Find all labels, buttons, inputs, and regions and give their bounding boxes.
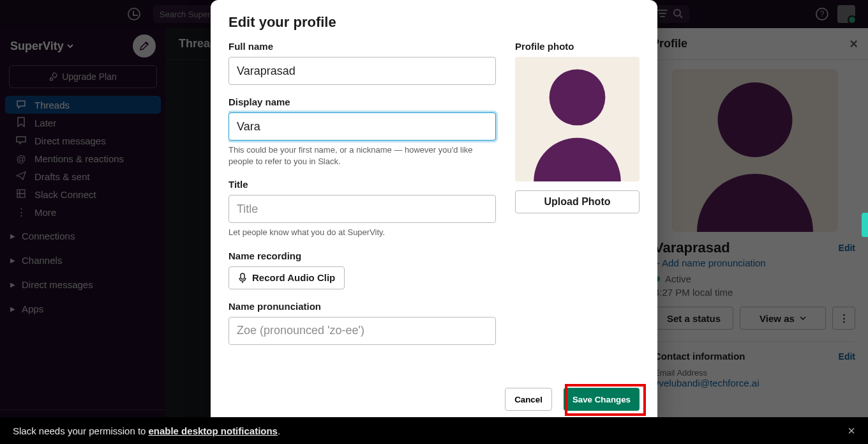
display-name-label: Display name xyxy=(228,96,496,107)
save-changes-button[interactable]: Save Changes xyxy=(564,388,640,411)
modal-title: Edit your profile xyxy=(228,14,640,31)
display-name-hint: This could be your first name, or a nick… xyxy=(228,144,496,167)
pronunciation-input[interactable] xyxy=(228,317,496,345)
profile-photo-label: Profile photo xyxy=(515,41,640,52)
svg-rect-3 xyxy=(241,273,244,279)
record-label: Record Audio Clip xyxy=(252,272,335,283)
svg-point-4 xyxy=(550,70,606,126)
enable-notifications-link[interactable]: enable desktop notifications xyxy=(148,425,278,436)
full-name-label: Full name xyxy=(228,41,496,52)
upload-photo-button[interactable]: Upload Photo xyxy=(515,190,640,213)
notification-banner: Slack needs your permission to enable de… xyxy=(0,417,868,444)
cancel-button[interactable]: Cancel xyxy=(505,388,552,411)
title-hint: Let people know what you do at SuperVity… xyxy=(228,227,496,238)
banner-text: Slack needs your permission to xyxy=(13,425,146,436)
pronunciation-label: Name pronunciation xyxy=(228,301,496,312)
title-label: Title xyxy=(228,179,496,190)
edit-profile-modal: Edit your profile Full name Display name… xyxy=(211,0,657,425)
profile-photo-preview xyxy=(515,57,640,181)
recording-label: Name recording xyxy=(228,250,496,261)
close-icon[interactable]: × xyxy=(848,424,855,438)
mic-icon xyxy=(238,273,247,283)
edge-handle[interactable] xyxy=(862,213,868,237)
record-audio-button[interactable]: Record Audio Clip xyxy=(228,266,345,289)
display-name-input[interactable] xyxy=(228,112,496,141)
title-input[interactable] xyxy=(228,195,496,223)
full-name-input[interactable] xyxy=(228,57,496,85)
